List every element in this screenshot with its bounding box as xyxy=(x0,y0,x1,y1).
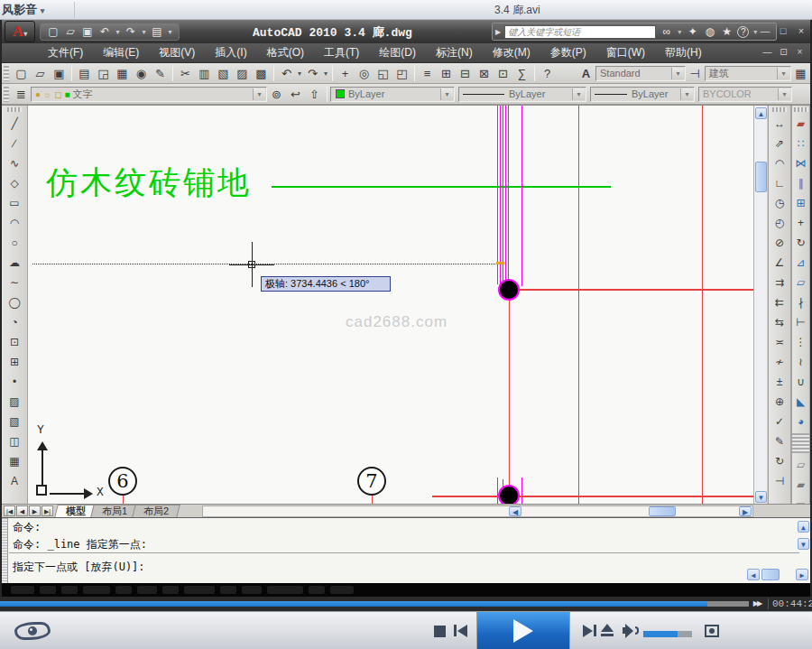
markup-icon[interactable]: ✎ xyxy=(151,65,170,82)
dimension-update-icon[interactable]: ↻ xyxy=(771,451,789,471)
menu-dimension[interactable]: 标注(N) xyxy=(426,43,483,62)
statusbar-button[interactable] xyxy=(61,586,78,594)
communication-center-icon[interactable]: ◍ xyxy=(703,23,716,41)
doc-minimize-button[interactable]: — xyxy=(762,47,772,57)
publish-icon[interactable]: ◉ xyxy=(132,65,151,82)
undo-dropdown-icon[interactable]: ▾ xyxy=(115,23,121,41)
command-scroll-down-icon[interactable]: ▼ xyxy=(798,538,809,550)
help-icon[interactable]: ? xyxy=(737,26,749,38)
statusbar-button[interactable] xyxy=(242,586,262,594)
array-icon[interactable]: ⊞ xyxy=(792,193,809,213)
arc-length-dimension-icon[interactable]: ◠ xyxy=(771,153,789,173)
jogged-dimension-icon[interactable]: ◴ xyxy=(771,213,789,233)
menu-file[interactable]: 文件(F) xyxy=(38,43,93,62)
extend-icon[interactable]: ⊢ xyxy=(792,312,809,332)
new-file-icon[interactable]: ▢ xyxy=(46,23,60,41)
multiline-text-icon[interactable]: A xyxy=(6,471,23,491)
scroll-right-icon[interactable]: ▶ xyxy=(739,506,752,516)
statusbar-button[interactable] xyxy=(115,586,132,594)
radius-dimension-icon[interactable]: ◷ xyxy=(771,193,789,213)
play-button[interactable] xyxy=(476,612,570,649)
break-at-point-icon[interactable]: ⋮ xyxy=(792,332,809,352)
scroll-thumb[interactable] xyxy=(649,506,676,516)
command-window-grip[interactable] xyxy=(2,518,8,584)
previous-button[interactable] xyxy=(454,625,467,637)
open-file-icon[interactable]: ▱ xyxy=(31,65,50,82)
open-file-icon[interactable]: ▱ xyxy=(63,23,78,41)
center-mark-icon[interactable]: ⊕ xyxy=(771,392,789,412)
doc-close-button[interactable]: × xyxy=(795,47,805,57)
layer-previous-icon[interactable]: ↩ xyxy=(286,86,305,103)
linetype-dropdown[interactable]: ByLayer ▾ xyxy=(458,87,586,102)
favorites-icon[interactable]: ★ xyxy=(720,23,734,41)
volume-slider[interactable] xyxy=(643,631,692,637)
last-tab-icon[interactable]: ▶| xyxy=(42,505,53,516)
command-prompt[interactable]: 指定下一点或 [放弃(U)]: xyxy=(13,560,145,575)
move-icon[interactable]: + xyxy=(792,213,809,233)
seek-bar[interactable] xyxy=(0,601,749,607)
gradient-icon[interactable]: ▧ xyxy=(6,412,23,431)
line-icon[interactable]: ╱ xyxy=(6,114,23,134)
command-scroll-up-icon[interactable]: ▲ xyxy=(798,521,809,533)
properties-palette-icon[interactable]: ≡ xyxy=(418,65,437,82)
insert-block-icon[interactable]: ⊡ xyxy=(6,332,23,352)
copy-icon[interactable]: ∷ xyxy=(792,134,809,153)
menu-draw[interactable]: 绘图(D) xyxy=(369,43,426,62)
match-properties-icon[interactable]: ▩ xyxy=(252,65,271,82)
drawing-canvas[interactable]: 仿木纹砖铺地 xyxy=(28,106,753,505)
undo-icon[interactable]: ↶ xyxy=(97,23,112,41)
copy-to-clipboard-icon[interactable]: ▥ xyxy=(195,65,214,82)
menu-tools[interactable]: 工具(T) xyxy=(314,43,369,62)
statusbar-button[interactable] xyxy=(267,586,303,594)
command-scroll-right-icon[interactable]: ▶ xyxy=(796,569,808,580)
command-scroll-left-icon[interactable]: ◀ xyxy=(747,569,760,580)
tab-layout2[interactable]: 布局2 xyxy=(132,505,180,517)
send-to-back-icon[interactable]: ▰ xyxy=(792,475,809,495)
join-icon[interactable]: ∪ xyxy=(792,372,809,392)
quick-dimension-icon[interactable]: ⇉ xyxy=(771,273,789,292)
fillet-icon[interactable]: ◕ xyxy=(792,412,809,431)
stop-button[interactable] xyxy=(434,626,446,637)
markup-set-manager-icon[interactable]: ⊡ xyxy=(494,65,512,82)
arc-icon[interactable]: ◠ xyxy=(6,213,23,233)
save-icon[interactable]: ▣ xyxy=(50,65,69,82)
search-icon[interactable]: ∞ xyxy=(660,23,673,41)
toolbar-grip[interactable] xyxy=(4,87,9,102)
inspect-dimension-icon[interactable]: ✓ xyxy=(771,412,789,431)
scale-icon[interactable]: ⊿ xyxy=(792,253,809,273)
scroll-up-icon[interactable]: ▲ xyxy=(755,107,767,119)
mirror-icon[interactable]: ⋈ xyxy=(792,153,809,173)
search-input[interactable] xyxy=(504,25,656,39)
statusbar-button[interactable] xyxy=(137,586,157,594)
lineweight-dropdown[interactable]: ByLayer ▾ xyxy=(590,87,695,102)
layer-dropdown[interactable]: ●☼◻■ 文字 ▾ xyxy=(31,87,267,102)
make-block-icon[interactable]: ⊞ xyxy=(6,352,23,372)
zoom-window-icon[interactable]: ◱ xyxy=(374,65,392,82)
construction-line-icon[interactable]: ∕ xyxy=(6,134,23,153)
undo-dropdown-icon[interactable]: ▾ xyxy=(296,65,303,82)
dim-style-icon[interactable]: ⊣ xyxy=(686,65,705,82)
designcenter-icon[interactable]: ⊞ xyxy=(437,65,456,82)
zoom-previous-icon[interactable]: ◰ xyxy=(392,65,411,82)
app-maximize-button[interactable]: □ xyxy=(778,25,789,36)
revision-cloud-icon[interactable]: ☁ xyxy=(6,253,23,273)
dimension-style-icon[interactable]: ⊣ xyxy=(771,471,789,491)
menu-parametric[interactable]: 参数(P) xyxy=(540,43,596,62)
layer-properties-manager-icon[interactable]: ≣ xyxy=(12,86,31,103)
cut-icon[interactable]: ✂ xyxy=(176,65,195,82)
next-button[interactable] xyxy=(583,625,596,637)
sheet-set-manager-icon[interactable]: ⊠ xyxy=(475,65,494,82)
subscription-center-icon[interactable]: ✦ xyxy=(686,23,699,41)
make-object-layer-current-icon[interactable]: ⇧ xyxy=(305,86,324,103)
linear-dimension-icon[interactable]: ↔ xyxy=(771,114,789,134)
statusbar-button[interactable] xyxy=(11,586,34,594)
statusbar-button[interactable] xyxy=(330,586,354,594)
doc-restore-button[interactable]: ⊡ xyxy=(779,47,789,57)
dimension-space-icon[interactable]: ≍ xyxy=(771,332,789,352)
app-close-button[interactable]: × xyxy=(796,25,807,36)
polygon-icon[interactable]: ◇ xyxy=(6,173,23,193)
volume-button[interactable] xyxy=(623,624,642,638)
toolbar-grip[interactable] xyxy=(794,107,808,112)
rectangle-icon[interactable]: ▭ xyxy=(6,193,23,213)
statusbar-button[interactable] xyxy=(220,586,236,594)
